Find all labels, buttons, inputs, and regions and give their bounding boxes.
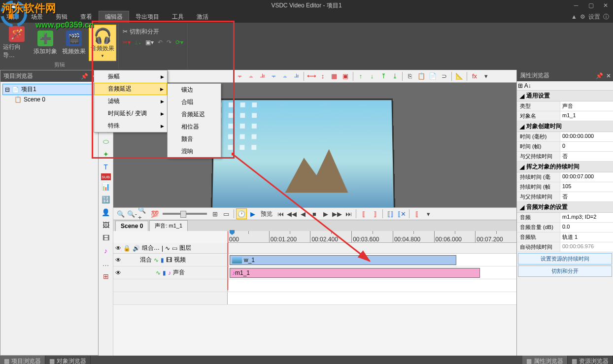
section-duration[interactable]: ◢挥之对象的持续时间 — [517, 162, 613, 172]
gear-icon[interactable]: ⚙ — [580, 13, 585, 20]
lock-icon[interactable]: 🔒 — [123, 245, 131, 252]
info-icon[interactable]: ⓘ — [603, 13, 609, 21]
tb-fit-icon[interactable]: ▣ — [340, 71, 351, 82]
tl-zoom-slider[interactable] — [163, 213, 207, 215]
compose-label[interactable]: 组合… — [142, 244, 160, 252]
submenu-phaser[interactable]: 相位器 — [168, 121, 221, 133]
tb-front-icon[interactable]: ⤒ — [378, 71, 389, 82]
tb-align-right-icon[interactable]: ⫡ — [257, 71, 268, 82]
tl-zoomout-icon[interactable]: 🔍- — [127, 208, 137, 219]
tb-fx-icon[interactable]: fx — [469, 71, 480, 82]
menu-amplitude[interactable]: 振幅▶ — [94, 70, 167, 83]
tl-100-icon[interactable]: 💯 — [149, 208, 160, 219]
layer-icon[interactable]: ▭ — [172, 245, 177, 252]
tl-zoomin-icon[interactable]: 🔍+ — [138, 208, 149, 219]
tl-stepback-icon[interactable]: ◀ — [298, 208, 308, 219]
tl-mode-icon[interactable]: ▭ — [221, 208, 232, 219]
vt-ellipse-icon[interactable]: ⬭ — [100, 135, 112, 148]
settings-label[interactable]: 设置 — [588, 13, 600, 21]
crop-icon[interactable]: ▣▾ — [145, 39, 154, 46]
menu-scene[interactable]: 场景 — [25, 11, 49, 23]
vt-image-icon[interactable]: 🖼 — [100, 219, 112, 232]
tl-cut-icon[interactable]: ⟦ — [411, 208, 422, 219]
tl-region-icon[interactable]: ⟦⟧ — [385, 208, 396, 219]
tb-up-icon[interactable]: ↑ — [355, 71, 366, 82]
tb-ruler-icon[interactable]: 📐 — [454, 71, 465, 82]
bottom-tab-project[interactable]: ▦项目浏览器 — [0, 356, 45, 364]
submenu-chorus[interactable]: 合唱 — [168, 96, 221, 108]
tb-align-center-icon[interactable]: ⫠ — [245, 71, 256, 82]
menu-view[interactable]: 查看 — [74, 11, 99, 23]
ribbon-wizard[interactable]: 🪄 运行向导… — [3, 25, 31, 61]
tab-scene[interactable]: Scene 0 — [115, 221, 148, 231]
tl-prev-icon[interactable]: ◀◀ — [286, 208, 297, 219]
section-audio[interactable]: ◢音频对象的设置 — [517, 202, 613, 213]
tl-del-icon[interactable]: ⟦✕ — [396, 208, 407, 219]
tree-project[interactable]: ⊟ 📄 项目1 — [2, 84, 96, 95]
prop-parent2-val[interactable]: 否 — [560, 192, 613, 201]
tl-next-icon[interactable]: ▶▶ — [332, 208, 342, 219]
prop-durf-val[interactable]: 105 — [560, 182, 613, 192]
vt-chart-icon[interactable]: 📊 — [100, 180, 112, 193]
prop-timef-val[interactable]: 0 — [560, 142, 613, 151]
preview-video[interactable] — [210, 99, 395, 207]
prop-timems-val[interactable]: 00:00:00.000 — [560, 132, 613, 141]
ribbon-add-object[interactable]: ➕ 添加对象 — [32, 25, 59, 61]
tb-down-icon[interactable]: ↓ — [367, 71, 377, 82]
vt-counter-icon[interactable]: 🔢 — [100, 193, 112, 206]
tb-same-icon[interactable]: ▦ — [329, 71, 340, 82]
tb-width-icon[interactable]: ⟷ — [306, 71, 317, 82]
menu-clip[interactable]: 剪辑 — [49, 11, 74, 23]
btn-cut-and-split[interactable]: 切割和分开 — [518, 265, 612, 277]
menu-filter[interactable]: 滤镜▶ — [94, 95, 167, 107]
tree-scene[interactable]: 📋 Scene 0 — [2, 95, 96, 104]
pin-icon[interactable]: 📌 — [596, 72, 603, 79]
bar-icon[interactable]: ▮ — [163, 269, 166, 276]
bottom-tab-object[interactable]: ▦对象浏览器 — [45, 356, 91, 364]
section-general[interactable]: ◢通用设置 — [517, 91, 613, 101]
rotate-left-icon[interactable]: ↶ — [158, 39, 163, 46]
eye-icon[interactable]: 👁 — [115, 257, 121, 264]
ribbon-video-fx[interactable]: 🎬 视频效果 — [60, 25, 88, 61]
tb-paste-icon[interactable]: 📋 — [416, 71, 427, 82]
tl-first-icon[interactable]: ⏮ — [275, 208, 286, 219]
btn-set-resource-duration[interactable]: 设置资源的持续时间 — [518, 253, 612, 265]
tb-doc-icon[interactable]: 📄 — [427, 71, 438, 82]
tab-audio[interactable]: 声音: m1_1 — [149, 220, 188, 231]
category-icon[interactable]: ⊞ — [518, 82, 523, 89]
prop-parent1-val[interactable]: 否 — [560, 152, 613, 161]
clip-audio[interactable]: ♪ m1_1 — [230, 268, 480, 278]
vt-freeform-icon[interactable]: ✦ — [100, 148, 112, 161]
refresh-icon[interactable]: ⟳▾ — [175, 39, 183, 46]
tl-snap-icon[interactable]: ⊞ — [209, 208, 220, 219]
menu-audio-delay[interactable]: 音频延迟▶ — [94, 83, 167, 95]
maximize-button[interactable]: ▢ — [583, 0, 598, 10]
tb-height-icon[interactable]: ↕ — [317, 71, 328, 82]
vt-audio-icon[interactable]: ♪ — [100, 244, 112, 257]
tb-align-mid-icon[interactable]: ⫠ — [279, 71, 290, 82]
tb-dropdown-icon[interactable]: ▾ — [480, 71, 491, 82]
tl-stepfw-icon[interactable]: ▶ — [320, 208, 331, 219]
wave-icon[interactable]: ∿ — [156, 269, 161, 276]
eye-icon[interactable]: 👁 — [115, 245, 121, 252]
tb-align-left-icon[interactable]: ⫟ — [234, 71, 245, 82]
close-button[interactable]: ✕ — [598, 0, 613, 10]
menu-activate[interactable]: 激活 — [190, 11, 215, 23]
vt-video-icon[interactable]: 🎞 — [100, 232, 112, 244]
prop-audio-val[interactable]: m1.mp3; ID=2 — [560, 213, 613, 222]
ribbon-cut-split[interactable]: ✂ 切割和分开 — [123, 27, 183, 36]
tl-play-icon[interactable]: ▶ — [247, 208, 258, 219]
submenu-audio-delay[interactable]: 音频延迟 — [168, 108, 221, 121]
minimize-button[interactable]: ─ — [569, 0, 583, 10]
help-icon[interactable]: ▲ — [571, 13, 577, 20]
tb-magnet-icon[interactable]: ⊃ — [439, 71, 449, 82]
menu-export[interactable]: 导出项目 — [129, 11, 166, 23]
submenu-flanger[interactable]: 镶边 — [168, 84, 221, 96]
tl-stop-icon[interactable]: ■ — [309, 208, 320, 219]
vt-grid-icon[interactable]: ⊞ — [100, 270, 112, 283]
prop-name-val[interactable]: m1_1 — [560, 111, 613, 121]
close-panel-icon[interactable]: ✕ — [606, 72, 611, 79]
playhead[interactable] — [228, 231, 228, 290]
tl-zoomfit-icon[interactable]: 🔍 — [115, 208, 126, 219]
expand-icon[interactable]: ⊟ — [5, 86, 10, 93]
